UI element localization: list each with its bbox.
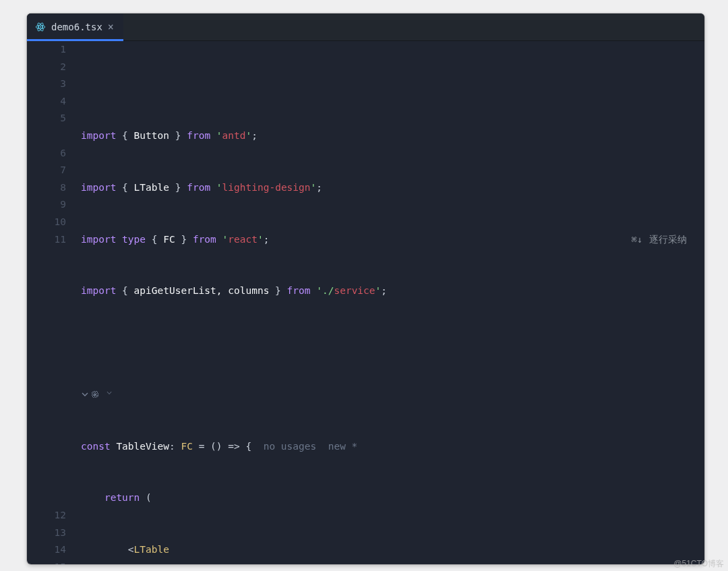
tab-bar: demo6.tsx × [27, 13, 704, 41]
hint-label: 逐行采纳 [649, 231, 687, 249]
code-area[interactable]: 1 2 3 4 5 6 7 8 9 10 11 [27, 41, 704, 564]
chevron-down-icon [81, 390, 89, 398]
code-line: import { apiGetUserList, columns } from … [77, 282, 704, 300]
code-line: const TableView: FC = () => { no usages … [77, 438, 704, 456]
gutter: 1 2 3 4 5 6 7 8 9 10 11 [27, 41, 77, 564]
watermark: @51CTO博客 [673, 558, 724, 570]
code-line: <LTable [77, 541, 704, 559]
tab-demo6[interactable]: demo6.tsx × [27, 13, 123, 40]
code-content[interactable]: ⌘↓ 逐行采纳 import { Button } from 'antd'; i… [77, 41, 704, 564]
close-icon[interactable]: × [108, 22, 114, 32]
code-line: return ( [77, 489, 704, 507]
code-line: import { LTable } from 'lighting-design'… [77, 179, 704, 197]
editor-frame: demo6.tsx × 1 2 3 4 5 6 7 8 9 10 11 [27, 13, 704, 564]
shortcut-icon: ⌘↓ [632, 231, 642, 249]
react-icon [35, 22, 46, 32]
ai-marker[interactable]: ֎ ˅ [77, 386, 704, 404]
code-line: import type { FC } from 'react'; [77, 231, 704, 249]
editor: demo6.tsx × 1 2 3 4 5 6 7 8 9 10 11 [27, 13, 704, 564]
tab-filename: demo6.tsx [51, 22, 102, 32]
code-line: import { Button } from 'antd'; [77, 127, 704, 145]
ai-accept-hint[interactable]: ⌘↓ 逐行采纳 [632, 231, 687, 249]
code-line [77, 334, 704, 352]
svg-point-0 [40, 26, 41, 28]
